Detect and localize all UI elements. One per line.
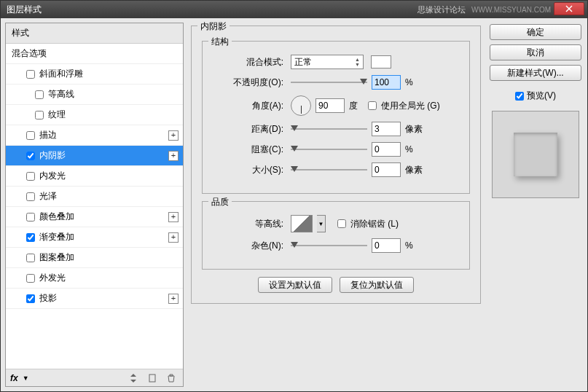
noise-label: 杂色(N): bbox=[210, 240, 286, 252]
new-style-button[interactable]: 新建样式(W)... bbox=[490, 65, 581, 81]
angle-label: 角度(A): bbox=[210, 100, 286, 112]
preview-checkbox[interactable] bbox=[515, 92, 524, 101]
structure-fieldset: 结构 混合模式: 正常 ▲▼ 不透明度(O): 100 % 角度(A): 90 … bbox=[202, 41, 470, 194]
structure-legend: 结构 bbox=[208, 36, 232, 48]
contour-dropdown-icon[interactable]: ▼ bbox=[317, 215, 326, 232]
inner-shadow-fieldset: 内阴影 结构 混合模式: 正常 ▲▼ 不透明度(O): 100 % 角度(A):… bbox=[191, 26, 481, 304]
panel-title: 内阴影 bbox=[197, 20, 230, 33]
set-default-button[interactable]: 设置为默认值 bbox=[258, 277, 332, 293]
size-slider[interactable] bbox=[291, 165, 367, 175]
angle-input[interactable]: 90 bbox=[315, 98, 345, 113]
gradient-overlay-add-icon[interactable]: + bbox=[168, 232, 179, 243]
blend-options-row[interactable]: 混合选项 bbox=[6, 44, 183, 64]
drop-shadow-add-icon[interactable]: + bbox=[168, 294, 179, 304]
contour-checkbox[interactable] bbox=[35, 90, 44, 99]
color-overlay-add-icon[interactable]: + bbox=[168, 212, 179, 222]
trash-icon[interactable] bbox=[164, 372, 179, 384]
fx-menu-icon[interactable]: ▼ bbox=[23, 375, 29, 382]
close-icon bbox=[565, 5, 573, 12]
distance-input[interactable]: 3 bbox=[372, 122, 401, 136]
footer-up-down-icon[interactable] bbox=[126, 372, 141, 384]
inner-shadow-add-icon[interactable]: + bbox=[168, 151, 179, 161]
pattern-overlay-row[interactable]: 图案叠加 bbox=[6, 248, 183, 268]
stroke-row[interactable]: 描边+ bbox=[6, 125, 183, 146]
footer-page-icon[interactable] bbox=[145, 372, 160, 384]
stroke-add-icon[interactable]: + bbox=[168, 130, 179, 141]
blend-mode-label: 混合模式: bbox=[210, 56, 286, 68]
opacity-input[interactable]: 100 bbox=[372, 75, 401, 90]
preview-sample bbox=[514, 133, 557, 176]
stroke-checkbox[interactable] bbox=[26, 131, 35, 140]
brand-url: WWW.MISSYUAN.COM bbox=[471, 6, 551, 14]
window-title: 图层样式 bbox=[4, 4, 418, 16]
gradient-overlay-checkbox[interactable] bbox=[26, 233, 35, 242]
styles-header[interactable]: 样式 bbox=[6, 23, 183, 44]
global-light-checkbox[interactable] bbox=[368, 101, 377, 110]
styles-footer: fx ▼ bbox=[6, 369, 183, 386]
action-panel: 确定 取消 新建样式(W)... 预览(V) bbox=[488, 23, 583, 387]
fx-label[interactable]: fx bbox=[10, 373, 18, 383]
texture-row[interactable]: 纹理 bbox=[6, 105, 183, 125]
outer-glow-checkbox[interactable] bbox=[26, 274, 35, 283]
bevel-emboss-row[interactable]: 斜面和浮雕 bbox=[6, 64, 183, 85]
pattern-overlay-checkbox[interactable] bbox=[26, 254, 35, 262]
inner-shadow-row[interactable]: 内阴影+ bbox=[6, 146, 183, 166]
choke-input[interactable]: 0 bbox=[372, 142, 401, 157]
satin-checkbox[interactable] bbox=[26, 192, 35, 201]
opacity-slider[interactable] bbox=[291, 77, 367, 87]
choke-slider[interactable] bbox=[291, 144, 367, 154]
svg-rect-0 bbox=[149, 375, 155, 382]
content-area: 样式 混合选项 斜面和浮雕 等高线 纹理 描边+ 内阴影+ 内发光 光泽 颜色叠… bbox=[1, 18, 587, 391]
inner-glow-checkbox[interactable] bbox=[26, 172, 35, 181]
quality-legend: 品质 bbox=[208, 196, 232, 208]
noise-input[interactable]: 0 bbox=[372, 238, 401, 253]
noise-slider[interactable] bbox=[291, 240, 367, 251]
angle-dial[interactable] bbox=[291, 95, 311, 116]
blend-mode-select[interactable]: 正常 ▲▼ bbox=[291, 55, 364, 69]
preview-label: 预览(V) bbox=[527, 90, 556, 102]
opacity-unit: % bbox=[405, 77, 427, 87]
cancel-button[interactable]: 取消 bbox=[490, 44, 581, 60]
texture-checkbox[interactable] bbox=[35, 111, 44, 119]
drop-shadow-checkbox[interactable] bbox=[26, 294, 35, 303]
choke-unit: % bbox=[405, 144, 427, 154]
contour-label: 等高线: bbox=[210, 218, 286, 230]
satin-row[interactable]: 光泽 bbox=[6, 187, 183, 207]
bevel-emboss-checkbox[interactable] bbox=[26, 70, 35, 79]
distance-slider[interactable] bbox=[291, 124, 367, 134]
choke-label: 阻塞(C): bbox=[210, 144, 286, 156]
noise-unit: % bbox=[405, 240, 427, 251]
size-label: 大小(S): bbox=[210, 164, 286, 176]
brand-text: 思缘设计论坛 bbox=[418, 4, 466, 15]
angle-unit: 度 bbox=[349, 100, 358, 112]
color-swatch[interactable] bbox=[371, 55, 391, 68]
size-unit: 像素 bbox=[405, 164, 427, 176]
contour-row[interactable]: 等高线 bbox=[6, 85, 183, 105]
antialias-checkbox[interactable] bbox=[337, 219, 346, 228]
antialias-label: 消除锯齿 (L) bbox=[350, 218, 399, 230]
inner-glow-row[interactable]: 内发光 bbox=[6, 166, 183, 187]
outer-glow-row[interactable]: 外发光 bbox=[6, 268, 183, 289]
close-button[interactable] bbox=[554, 2, 584, 15]
quality-fieldset: 品质 等高线: ▼ 消除锯齿 (L) 杂色(N): 0 % bbox=[202, 201, 470, 270]
inner-shadow-checkbox[interactable] bbox=[26, 152, 35, 160]
global-light-label: 使用全局光 (G) bbox=[381, 100, 440, 112]
preview-box bbox=[492, 111, 579, 198]
color-overlay-checkbox[interactable] bbox=[26, 213, 35, 222]
contour-picker[interactable] bbox=[291, 215, 313, 232]
select-arrows-icon: ▲▼ bbox=[355, 57, 360, 67]
reset-default-button[interactable]: 复位为默认值 bbox=[340, 277, 414, 293]
settings-panel: 内阴影 结构 混合模式: 正常 ▲▼ 不透明度(O): 100 % 角度(A):… bbox=[188, 23, 484, 387]
size-input[interactable]: 0 bbox=[372, 162, 401, 177]
ok-button[interactable]: 确定 bbox=[490, 24, 581, 40]
distance-unit: 像素 bbox=[405, 123, 427, 136]
titlebar[interactable]: 图层样式 思缘设计论坛 WWW.MISSYUAN.COM bbox=[1, 1, 587, 18]
gradient-overlay-row[interactable]: 渐变叠加+ bbox=[6, 227, 183, 248]
drop-shadow-row[interactable]: 投影+ bbox=[6, 289, 183, 309]
distance-label: 距离(D): bbox=[210, 123, 286, 136]
opacity-label: 不透明度(O): bbox=[210, 77, 286, 89]
layer-style-dialog: 图层样式 思缘设计论坛 WWW.MISSYUAN.COM 样式 混合选项 斜面和… bbox=[0, 0, 588, 392]
styles-list-panel: 样式 混合选项 斜面和浮雕 等高线 纹理 描边+ 内阴影+ 内发光 光泽 颜色叠… bbox=[5, 23, 184, 387]
color-overlay-row[interactable]: 颜色叠加+ bbox=[6, 207, 183, 227]
